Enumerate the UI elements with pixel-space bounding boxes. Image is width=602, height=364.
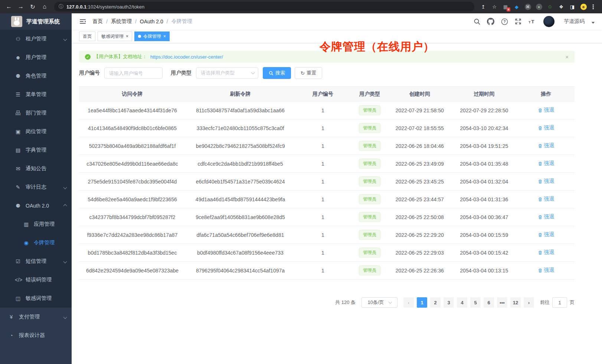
user-id-input[interactable] bbox=[104, 67, 163, 79]
extension-puzzle-icon[interactable]: ❖ bbox=[557, 3, 565, 10]
force-logout-button[interactable]: 强退 bbox=[538, 231, 554, 238]
sidebar-item-role-management[interactable]: ⚉角色管理 bbox=[0, 67, 72, 85]
page-button-1[interactable]: 1 bbox=[417, 297, 427, 308]
breadcrumb-separator: / bbox=[167, 19, 168, 24]
extension-gem-icon[interactable]: ◆ bbox=[513, 3, 520, 10]
sidebar-item-dept-management[interactable]: 品部门管理 bbox=[0, 104, 72, 122]
reset-button[interactable]: ↻ 重置 bbox=[295, 67, 322, 79]
sidebar-item-menu-management[interactable]: ☰菜单管理 bbox=[0, 85, 72, 104]
home-icon[interactable]: ⌂ bbox=[40, 2, 49, 11]
tab-close-icon[interactable]: × bbox=[126, 34, 128, 39]
cell-created-time: 2022-07-02 18:55:55 bbox=[389, 119, 451, 137]
user-type-select[interactable]: 请选择用户类型 bbox=[196, 67, 258, 79]
sidebar-item-notice-management[interactable]: ✉通知公告 bbox=[0, 159, 72, 178]
github-icon[interactable] bbox=[487, 18, 494, 25]
error-code-management-icon: </> bbox=[15, 277, 21, 283]
cell-access-token: 6d842e2924594de9a09e45e087323abe bbox=[79, 262, 186, 279]
user-menu-caret-icon[interactable] bbox=[592, 22, 595, 24]
goto-suffix: 页 bbox=[570, 299, 575, 306]
sidebar-item-user-management[interactable]: ☻用户管理 bbox=[0, 48, 72, 67]
forward-icon[interactable]: → bbox=[16, 2, 25, 11]
cell-access-token: 54d6be82ee5a460a9aedc1f9bf223656 bbox=[79, 191, 186, 208]
user-avatar[interactable] bbox=[543, 16, 554, 27]
font-size-icon[interactable]: TT bbox=[528, 18, 536, 25]
force-logout-button[interactable]: 强退 bbox=[538, 125, 554, 131]
cell-refresh-token: dfa6c71a50a54c66bef706ef9e6e8d81 bbox=[186, 226, 295, 244]
tab-令牌管理[interactable]: 令牌管理× bbox=[134, 32, 170, 41]
prev-page-button[interactable]: ‹ bbox=[403, 297, 414, 308]
bookmark-star-icon[interactable]: ☆ bbox=[491, 3, 498, 10]
doc-link[interactable]: https://doc.iocoder.cn/user-center/ bbox=[150, 54, 223, 60]
share-icon[interactable]: ↥ bbox=[480, 3, 487, 10]
search-icon[interactable] bbox=[473, 18, 481, 25]
help-icon[interactable]: ? bbox=[501, 18, 508, 25]
tab-首页[interactable]: 首页 bbox=[79, 32, 95, 41]
browser-menu-icon[interactable]: ⋮ bbox=[589, 2, 598, 11]
force-logout-button[interactable]: 强退 bbox=[538, 214, 554, 220]
cell-user-id: 1 bbox=[295, 137, 351, 155]
page-button-12[interactable]: 12 bbox=[510, 297, 521, 308]
extension-command-icon[interactable]: ⌘ bbox=[524, 3, 531, 10]
extension-record-icon[interactable]: ● bbox=[535, 3, 543, 10]
cell-access-token: b0d1785bc3a8482f812db4a3f3bd15ec bbox=[79, 244, 186, 262]
cell-access-token: 1ea5e44f8bc1467aaede43144f31de76 bbox=[79, 102, 186, 119]
sidebar-item-dict-management[interactable]: ▤字典管理 bbox=[0, 141, 72, 159]
user-type-badge: 管理员 bbox=[359, 230, 380, 240]
breadcrumb: 首页/系统管理/OAuth 2.0/令牌管理 bbox=[92, 18, 192, 25]
force-logout-button[interactable]: 强退 bbox=[538, 178, 554, 185]
sidebar-item-sms-management[interactable]: ☑短信管理 bbox=[0, 252, 72, 271]
sidebar-item-report-designer[interactable]: ◔报表设计器 bbox=[0, 326, 72, 345]
sidebar-item-post-management[interactable]: ▣岗位管理 bbox=[0, 122, 72, 141]
sidebar-item-sensitive-word-management[interactable]: ◫敏感词管理 bbox=[0, 289, 72, 308]
force-logout-button[interactable]: 强退 bbox=[538, 160, 554, 167]
alert-close-icon[interactable]: × bbox=[565, 54, 569, 60]
breadcrumb-item[interactable]: 系统管理 bbox=[111, 18, 132, 25]
reload-icon[interactable]: ↻ bbox=[28, 2, 37, 11]
dept-management-icon: 品 bbox=[15, 110, 21, 116]
emoji-extension-icon[interactable]: ☻ bbox=[580, 3, 587, 10]
dict-management-icon: ▤ bbox=[15, 147, 21, 153]
breadcrumb-item[interactable]: OAuth 2.0 bbox=[140, 19, 163, 24]
force-logout-button[interactable]: 强退 bbox=[538, 267, 554, 274]
tab-敏感词管理[interactable]: 敏感词管理× bbox=[98, 32, 132, 41]
extension-star-icon[interactable]: ✩ bbox=[546, 3, 554, 10]
force-logout-button[interactable]: 强退 bbox=[538, 107, 554, 113]
extension-grid-icon[interactable]: ▦9 bbox=[502, 3, 509, 10]
goto-page-input[interactable] bbox=[552, 297, 567, 308]
cell-user-type: 管理员 bbox=[351, 208, 389, 226]
sidebar-item-payment-management[interactable]: ¥支付管理 bbox=[0, 308, 72, 326]
breadcrumb-separator: / bbox=[106, 19, 108, 24]
sidebar-item-oauth2-application[interactable]: ▥应用管理 bbox=[0, 215, 72, 234]
page-button-3[interactable]: 3 bbox=[444, 297, 454, 308]
sidebar-item-label: 错误码管理 bbox=[26, 277, 52, 283]
page-button-6[interactable]: 6 bbox=[484, 297, 494, 308]
page-button-5[interactable]: 5 bbox=[470, 297, 481, 308]
username[interactable]: 芋道源码 bbox=[564, 18, 585, 25]
tab-close-icon[interactable]: × bbox=[163, 34, 166, 39]
force-logout-button[interactable]: 强退 bbox=[538, 249, 554, 256]
page-size-select[interactable]: 10条/页 bbox=[361, 297, 397, 308]
url-bar[interactable]: ⓘ 127.0.0.1:1024/system/oauth2/token bbox=[54, 2, 474, 11]
sidebar-item-oauth2-token[interactable]: ◉令牌管理 bbox=[0, 234, 72, 252]
force-logout-button[interactable]: 强退 bbox=[538, 142, 554, 149]
sidebar-item-oauth2[interactable]: ⚈OAuth 2.0 bbox=[0, 196, 72, 215]
sidebar-panel-icon[interactable]: ◨ bbox=[569, 3, 576, 10]
cell-expired-time: 2054-03-04 01:35:48 bbox=[451, 155, 517, 173]
next-page-button[interactable]: › bbox=[524, 297, 534, 308]
sidebar-item-tenant-management[interactable]: ⚇租户管理 bbox=[0, 30, 72, 48]
site-info-icon[interactable]: ⓘ bbox=[59, 3, 63, 10]
sidebar-item-audit-log[interactable]: ✎审计日志 bbox=[0, 178, 72, 196]
chevron-down-icon bbox=[63, 37, 67, 41]
sidebar-item-error-code-management[interactable]: </>错误码管理 bbox=[0, 271, 72, 289]
breadcrumb-item[interactable]: 首页 bbox=[92, 18, 103, 25]
page-button-4[interactable]: 4 bbox=[457, 297, 467, 308]
search-button[interactable]: 搜索 bbox=[263, 67, 291, 79]
back-icon[interactable]: ← bbox=[4, 2, 13, 11]
sidebar-collapse-icon[interactable] bbox=[79, 18, 86, 25]
fullscreen-icon[interactable] bbox=[514, 18, 522, 25]
cell-refresh-token: 811c530487574fa0af1a59d3abc1aa66 bbox=[186, 102, 295, 119]
page-button-2[interactable]: 2 bbox=[430, 297, 441, 308]
pagination-ellipsis[interactable]: ••• bbox=[497, 297, 507, 308]
force-logout-button[interactable]: 强退 bbox=[538, 196, 554, 202]
cell-access-token: 275e5de9151045fe87cbdc395e004f4d bbox=[79, 173, 186, 191]
